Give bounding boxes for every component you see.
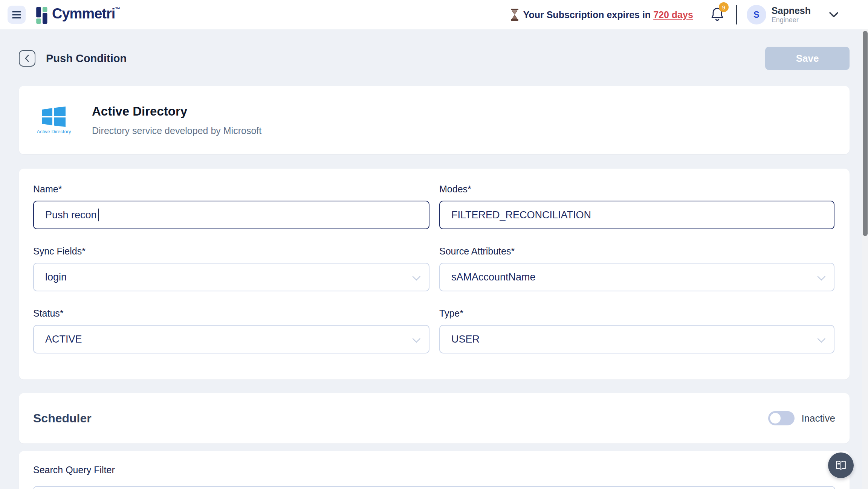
sync-fields-label: Sync Fields* [33,246,429,257]
connector-card: Active Directory Active Directory Direct… [19,86,850,154]
connector-text: Active Directory Directory service devel… [92,104,261,136]
user-info: Sapnesh Engineer [772,5,811,24]
search-query-filter-label: Search Query Filter [33,465,835,475]
status-label: Status* [33,308,429,319]
top-bar-divider [736,5,737,24]
modes-value: FILTERED_RECONCILIATION [451,209,591,221]
page-title: Push Condition [46,52,127,65]
text-cursor [98,209,99,221]
docs-fab-button[interactable] [828,452,854,478]
page-header: Push Condition Save [19,45,850,72]
chevron-down-icon [413,335,420,343]
cymmetri-logo[interactable]: Cymmetri ™ [36,5,120,24]
push-condition-form-card: Name* Push recon Modes* FILTERED_RECONCI… [19,169,850,379]
subscription-days-link[interactable]: 720 days [653,9,693,20]
toggle-knob [770,413,781,423]
source-attributes-select[interactable]: sAMAccountName [439,263,834,291]
cymmetri-logo-mark [36,7,50,24]
modes-label: Modes* [439,184,834,195]
type-label: Type* [439,308,834,319]
top-bar: Cymmetri ™ Your Subscription expires in … [0,0,868,29]
menu-icon[interactable] [8,6,26,24]
open-book-icon [834,460,847,471]
scheduler-title: Scheduler [33,411,92,425]
chevron-down-icon [413,273,420,280]
source-attributes-value: sAMAccountName [451,271,536,283]
subscription-banner: Your Subscription expires in 720 days [510,9,693,21]
user-menu-chevron-icon[interactable] [827,11,840,19]
notification-badge: 9 [719,2,729,12]
sync-fields-value: login [45,271,67,283]
chevron-down-icon [818,273,825,280]
connector-icon-caption: Active Directory [37,129,71,134]
source-attributes-label: Source Attributes* [439,246,834,257]
type-field: Type* USER [439,308,834,353]
chevron-down-icon [818,335,825,343]
hourglass-icon [510,9,520,21]
back-button[interactable] [19,50,35,67]
search-query-filter-card: Search Query Filter [19,451,850,489]
save-button[interactable]: Save [765,47,850,70]
user-role: Engineer [772,16,811,24]
modes-field: Modes* FILTERED_RECONCILIATION [439,184,834,229]
status-field: Status* ACTIVE [33,308,429,353]
status-value: ACTIVE [45,334,82,345]
search-query-filter-input[interactable] [33,486,835,489]
connector-description: Directory service developed by Microsoft [92,125,261,136]
scheduler-card: Scheduler Inactive [19,393,850,443]
type-select[interactable]: USER [439,325,834,353]
top-bar-right: Your Subscription expires in 720 days 9 … [510,5,840,24]
subscription-text: Your Subscription expires in [523,9,651,20]
notifications-button[interactable]: 9 [710,7,725,23]
user-avatar[interactable]: S [747,5,766,24]
type-value: USER [451,334,480,345]
active-directory-icon: Active Directory [33,106,75,134]
brand-trademark: ™ [115,6,120,12]
name-label: Name* [33,184,429,195]
sync-fields-select[interactable]: login [33,263,429,291]
name-field: Name* Push recon [33,184,429,229]
chevron-left-icon [24,54,31,62]
sync-fields-field: Sync Fields* login [33,246,429,291]
push-condition-page: Cymmetri ™ Your Subscription expires in … [0,0,868,489]
name-value: Push recon [45,209,97,221]
scheduler-toggle[interactable] [768,411,795,425]
name-input[interactable]: Push recon [33,201,429,229]
user-name: Sapnesh [772,5,811,16]
scheduler-toggle-state: Inactive [801,413,835,424]
connector-name: Active Directory [92,104,261,119]
brand-name: Cymmetri [52,5,115,22]
source-attributes-field: Source Attributes* sAMAccountName [439,246,834,291]
scrollbar-thumb[interactable] [863,31,868,236]
modes-input[interactable]: FILTERED_RECONCILIATION [439,201,834,229]
status-select[interactable]: ACTIVE [33,325,429,353]
